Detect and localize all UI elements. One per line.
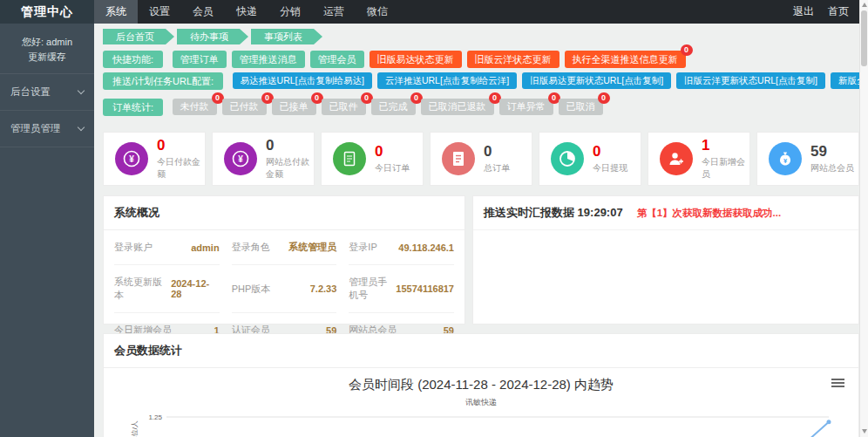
stat-card-meta: 0今日付款金额 — [157, 138, 205, 181]
legacy-update-button[interactable]: 执行全渠道推送信息更新0 — [565, 51, 686, 68]
order-status-button[interactable]: 已取消0 — [559, 99, 603, 115]
push-status-message: 第【1】次获取新数据获取成功... — [637, 207, 781, 220]
topnav-item[interactable]: 快递 — [225, 0, 268, 24]
system-info-label: PHP版本 — [232, 283, 271, 296]
scrollbar-thumb[interactable] — [861, 10, 867, 66]
breadcrumb-item[interactable]: 事项列表 — [251, 29, 322, 44]
breadcrumb-item[interactable]: 待办事项 — [177, 29, 248, 44]
system-info-label: 登录IP — [349, 241, 376, 254]
breadcrumb-item[interactable]: 后台首页 — [103, 29, 174, 44]
stat-card-meta: 0总订单 — [484, 144, 510, 174]
push-panel-title: 推送实时汇报数据 19:29:07 — [484, 205, 623, 221]
url-buttons: 易达推送URL[点击复制给易达]云洋推送URL[点击复制给云洋]旧版易达更新状态… — [233, 72, 868, 87]
url-copy-button[interactable]: 易达推送URL[点击复制给易达] — [233, 72, 372, 89]
sidebar-item[interactable]: 后台设置 — [0, 74, 94, 111]
chart-subtitle: 讯敏快递 — [114, 397, 848, 408]
stat-card-meta: 0网站总付款金额 — [266, 138, 314, 181]
topnav-item[interactable]: 设置 — [138, 0, 181, 24]
order-status-button[interactable]: 已取消已退款0 — [421, 99, 494, 115]
stat-card-meta: 0今日提现 — [593, 144, 627, 174]
topnav-link[interactable]: 退出 — [793, 0, 814, 24]
order-status-button[interactable]: 订单异常0 — [499, 99, 553, 115]
stat-label: 今日订单 — [375, 162, 410, 174]
quick-button[interactable]: 管理订单 — [173, 51, 227, 68]
topnav-link[interactable]: 首页 — [828, 0, 849, 24]
stat-cards: ¥0今日付款金额¥0网站总付款金额0今日订单0总订单0今日提现1今日新增会员¥5… — [103, 132, 859, 186]
system-panel-title: 系统概况 — [104, 196, 465, 230]
system-info-value: admin — [191, 242, 219, 253]
stat-label: 网站总会员 — [810, 162, 854, 174]
stat-value: 0 — [266, 138, 314, 154]
stat-label: 今日提现 — [593, 162, 627, 174]
order-status-button[interactable]: 已取件0 — [322, 99, 366, 115]
topnav-item[interactable]: 会员 — [181, 0, 225, 24]
stat-value: 1 — [702, 138, 749, 154]
system-info-cell: 系统更新版本2024-12-28 — [114, 265, 220, 313]
app-title: 管理中心 — [0, 0, 94, 24]
topnav-item[interactable]: 分销 — [268, 0, 312, 24]
refresh-cache-link[interactable]: 更新缓存 — [3, 50, 91, 65]
money-bag-icon: ¥ — [769, 142, 802, 175]
stat-card: 0总订单 — [430, 132, 532, 186]
main-layout: 您好: admin 更新缓存 后台设置管理员管理 后台首页待办事项事项列表 快捷… — [0, 24, 868, 437]
stat-card: ¥0网站总付款金额 — [212, 132, 315, 186]
url-copy-button[interactable]: 旧版易达更新状态URL[点击复制] — [522, 72, 671, 89]
document-icon — [333, 142, 366, 175]
system-info-cell: 登录IP49.118.246.1 — [349, 230, 454, 265]
push-panel-header: 推送实时汇报数据 19:29:07 第【1】次获取新数据获取成功... — [473, 196, 858, 230]
system-overview-panel: 系统概况 登录账户admin登录角色系统管理员登录IP49.118.246.1系… — [103, 195, 465, 324]
chevron-down-icon — [78, 87, 85, 94]
stat-value: 59 — [810, 144, 854, 160]
url-copy-button[interactable]: 旧版云洋更新状态URL[点击复制] — [676, 72, 825, 89]
vertical-scrollbar[interactable] — [859, 0, 868, 437]
info-panels: 系统概况 登录账户admin登录角色系统管理员登录IP49.118.246.1系… — [103, 195, 859, 324]
sidebar-greeting-block: 您好: admin 更新缓存 — [0, 24, 94, 74]
order-stats-row: 订单统计: 未付款0已付款0已接单0已取件0已完成0已取消已退款0订单异常0已取… — [103, 99, 859, 116]
sidebar-item[interactable]: 管理员管理 — [0, 111, 94, 147]
chart-title: 会员时间段 (2024-11-28 - 2024-12-28) 内趋势 — [114, 377, 848, 393]
sidebar-item-label: 管理员管理 — [10, 122, 61, 135]
system-info-label: 登录账户 — [114, 241, 153, 254]
topnav-item[interactable]: 微信 — [356, 0, 399, 24]
svg-text:单位/人: 单位/人 — [131, 420, 139, 437]
chevron-down-icon — [78, 124, 85, 131]
sidebar: 您好: admin 更新缓存 后台设置管理员管理 — [0, 24, 94, 437]
quick-row-label: 快捷功能: — [103, 51, 163, 68]
member-trend-chart: 会员时间段 (2024-11-28 - 2024-12-28) 内趋势 讯敏快递… — [104, 368, 858, 437]
stat-card-meta: 59网站总会员 — [810, 144, 854, 174]
legacy-update-button[interactable]: 旧版易达状态更新 — [370, 51, 462, 68]
stat-card: 1今日新增会员 — [648, 132, 750, 186]
order-status-button[interactable]: 已完成0 — [371, 99, 416, 115]
topnav-item[interactable]: 系统 — [94, 0, 138, 24]
legacy-update-button[interactable]: 旧版云洋状态更新 — [467, 51, 559, 68]
member-panel-title: 会员数据统计 — [104, 334, 858, 368]
scroll-down-icon[interactable] — [862, 429, 867, 434]
system-info-label: 管理员手机号 — [349, 276, 396, 302]
system-info-grid: 登录账户admin登录角色系统管理员登录IP49.118.246.1系统更新版本… — [104, 230, 465, 347]
system-info-value: 2024-12-28 — [171, 278, 220, 299]
top-nav-right: 退出首页 — [793, 0, 868, 24]
url-copy-button[interactable]: 云洋推送URL[点击复制给云洋] — [377, 72, 517, 89]
system-info-cell: 登录账户admin — [114, 230, 220, 265]
stat-card: 0今日提现 — [539, 132, 641, 186]
quick-button[interactable]: 管理推送消息 — [232, 51, 305, 68]
chart-menu-icon[interactable] — [831, 379, 844, 389]
stat-label: 网站总付款金额 — [266, 156, 314, 181]
scroll-up-icon[interactable] — [862, 3, 867, 7]
svg-text:1.25: 1.25 — [148, 413, 162, 421]
quick-buttons: 管理订单管理推送消息管理会员旧版易达状态更新旧版云洋状态更新执行全渠道推送信息更… — [173, 51, 691, 65]
topnav-item[interactable]: 运营 — [312, 0, 356, 24]
order-status-buttons: 未付款0已付款0已接单0已取件0已完成0已取消已退款0订单异常0已取消0 — [173, 99, 608, 113]
order-status-button[interactable]: 未付款0 — [173, 99, 217, 115]
trend-line-chart: 1.25-0.25单位/人11/2811/2911/3012/0112/0212… — [114, 408, 841, 437]
system-info-value: 系统管理员 — [288, 241, 336, 254]
greeting-text: 您好: admin — [3, 35, 91, 50]
order-status-button[interactable]: 已付款0 — [222, 99, 267, 115]
system-info-value: 15574116817 — [396, 283, 454, 294]
yen-circle-icon: ¥ — [115, 142, 148, 175]
member-stats-panel: 会员数据统计 会员时间段 (2024-11-28 - 2024-12-28) 内… — [103, 333, 859, 437]
quick-button[interactable]: 管理会员 — [310, 51, 364, 68]
stat-label: 今日付款金额 — [157, 156, 205, 181]
sidebar-menu: 后台设置管理员管理 — [0, 74, 94, 147]
order-status-button[interactable]: 已接单0 — [272, 99, 316, 115]
